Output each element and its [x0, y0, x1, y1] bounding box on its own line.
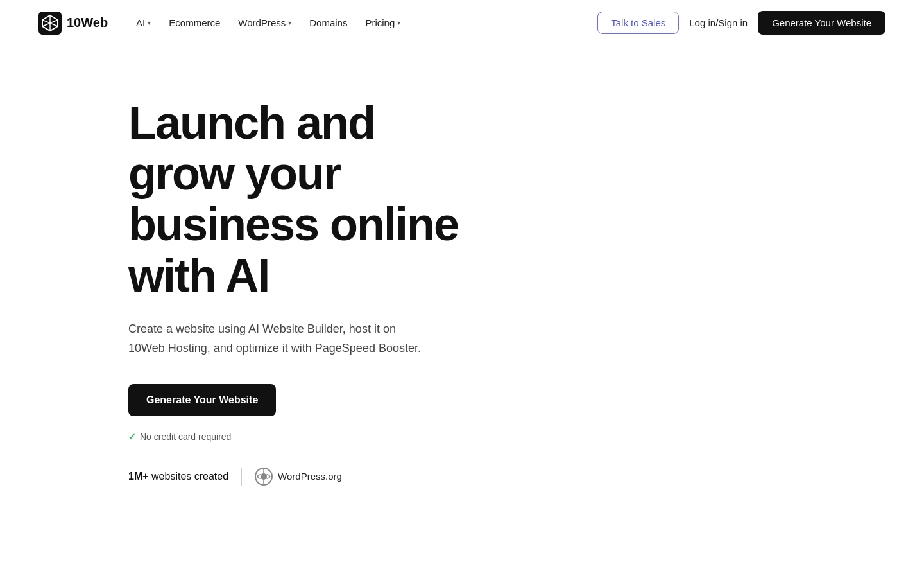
nav-links: AI ▾ Ecommerce WordPress ▾ Domains Prici…: [128, 12, 408, 33]
nav-left: 10Web AI ▾ Ecommerce WordPress ▾ Domains…: [38, 12, 408, 35]
no-credit-card-notice: ✓ No credit card required: [128, 432, 924, 442]
logo-text: 10Web: [67, 15, 108, 30]
chevron-down-icon: ▾: [288, 19, 291, 26]
hero-section: Launch and grow your business online wit…: [0, 46, 924, 524]
login-button[interactable]: Log in/Sign in: [689, 17, 748, 28]
generate-website-hero-button[interactable]: Generate Your Website: [128, 384, 276, 416]
website-count: 1M+ websites created: [128, 471, 228, 482]
talk-to-sales-button[interactable]: Talk to Sales: [597, 12, 679, 34]
check-icon: ✓: [128, 432, 136, 442]
nav-right: Talk to Sales Log in/Sign in Generate Yo…: [597, 11, 886, 35]
hero-cta-group: Generate Your Website ✓ No credit card r…: [128, 384, 924, 442]
hero-subtitle: Create a website using AI Website Builde…: [128, 319, 424, 358]
generate-website-nav-button[interactable]: Generate Your Website: [758, 11, 886, 35]
wordpress-icon: [255, 468, 273, 486]
wordpress-badge: WordPress.org: [255, 468, 342, 486]
logo-icon: [38, 12, 62, 35]
chevron-down-icon: ▾: [148, 19, 151, 26]
navbar: 10Web AI ▾ Ecommerce WordPress ▾ Domains…: [0, 0, 924, 46]
nav-link-ai[interactable]: AI ▾: [128, 12, 158, 33]
nav-link-domains[interactable]: Domains: [302, 12, 355, 33]
chevron-down-icon: ▾: [397, 19, 400, 26]
hero-title: Launch and grow your business online wit…: [128, 98, 488, 301]
divider: [241, 468, 242, 486]
nav-link-wordpress[interactable]: WordPress ▾: [230, 12, 299, 33]
hero-social-proof: 1M+ websites created WordPress.org: [128, 468, 924, 486]
logo-link[interactable]: 10Web: [38, 12, 108, 35]
media-logos-section: techradar Forbes TC TechCrunch: [0, 563, 924, 578]
nav-link-ecommerce[interactable]: Ecommerce: [161, 12, 228, 33]
nav-link-pricing[interactable]: Pricing ▾: [357, 12, 408, 33]
